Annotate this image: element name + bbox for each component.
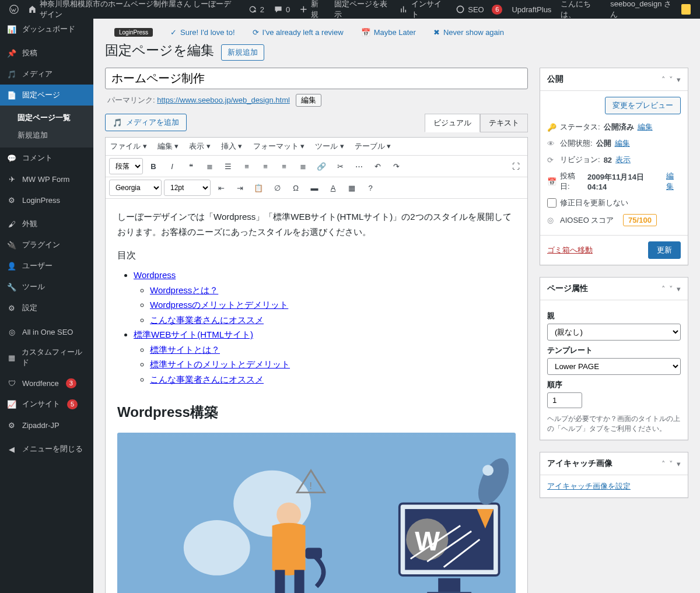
notice-never[interactable]: ✖Never show again	[433, 28, 504, 37]
sidebar-item-collapse[interactable]: ◀メニューを閉じる	[0, 438, 93, 459]
sidebar-item-aioseo[interactable]: ◎All in One SEO	[0, 321, 93, 342]
wp-logo[interactable]	[5, 0, 23, 19]
help-icon[interactable]: ?	[362, 180, 379, 196]
mb-file[interactable]: ファイル ▾	[110, 141, 147, 152]
mb-insert[interactable]: 挿入 ▾	[221, 141, 243, 152]
forecolor-icon[interactable]: A	[325, 180, 341, 196]
sidebar-item-customfield[interactable]: ▦カスタムフィールド	[0, 342, 93, 373]
fontsize-select[interactable]: 12pt	[164, 180, 211, 196]
clear-icon[interactable]: ∅	[269, 180, 285, 196]
mb-edit[interactable]: 編集 ▾	[158, 141, 179, 152]
preview-button[interactable]: 変更をプレビュー	[605, 97, 681, 114]
set-featured-link[interactable]: アイキャッチ画像を設定	[547, 482, 631, 490]
parent-select[interactable]: (親なし)	[547, 324, 681, 341]
edit-date[interactable]: 編集	[666, 171, 681, 192]
toggle-icon[interactable]: ▾	[677, 285, 681, 293]
move-up-icon[interactable]: ˄	[662, 459, 666, 468]
sidebar-item-users[interactable]: 👤ユーザー	[0, 255, 93, 276]
updates[interactable]: 2	[243, 0, 269, 19]
sidebar-item-comments[interactable]: 💬コメント	[0, 148, 93, 169]
notice-love[interactable]: ✓Sure! I'd love to!	[170, 28, 235, 37]
toc-html2[interactable]: 標準サイトのメリットとデメリット	[150, 359, 290, 369]
toggle-icon[interactable]: ▾	[677, 75, 681, 84]
tab-visual[interactable]: ビジュアル	[425, 114, 480, 132]
backcolor-icon[interactable]: ▬	[306, 180, 323, 196]
font-select[interactable]: Georgia	[109, 180, 162, 196]
toc-wp1[interactable]: Wordpressとは？	[150, 285, 218, 295]
sidebar-item-mwwpform[interactable]: ✈MW WP Form	[0, 169, 93, 190]
style-select[interactable]: 段落	[109, 158, 143, 174]
mb-format[interactable]: フォーマット ▾	[253, 141, 305, 152]
notice-later[interactable]: 📅Maybe Later	[361, 28, 416, 37]
toc-html3[interactable]: こんな事業者さんにオススメ	[150, 374, 264, 384]
toc-wp2[interactable]: Wordpressのメリットとデメリット	[150, 300, 288, 310]
sidebar-item-posts[interactable]: 📌投稿	[0, 43, 93, 64]
sidebar-item-insight[interactable]: 📈インサイト5	[0, 394, 93, 415]
tab-text[interactable]: テキスト	[480, 114, 528, 132]
aligncenter-icon[interactable]: ≡	[257, 158, 274, 174]
site-name[interactable]: 神奈川県相模原市のホームページ制作屋さん しーぼーデザイン	[23, 0, 243, 19]
toggle-icon[interactable]: ▾	[677, 459, 681, 468]
insights[interactable]: インサイト	[395, 0, 451, 19]
sidebar-item-settings[interactable]: ⚙設定	[0, 297, 93, 318]
toc-wp3[interactable]: こんな事業者さんにオススメ	[150, 315, 264, 325]
sidebar-item-media[interactable]: 🎵メディア	[0, 64, 93, 85]
toc-html1[interactable]: 標準サイトとは？	[150, 345, 220, 355]
redo-icon[interactable]: ↷	[388, 158, 404, 174]
add-new-button[interactable]: 新規追加	[221, 44, 264, 61]
nodate-checkbox[interactable]	[547, 198, 556, 208]
quote-icon[interactable]: ❝	[183, 158, 199, 174]
mb-view[interactable]: 表示 ▾	[189, 141, 211, 152]
edit-slug-button[interactable]: 編集	[296, 94, 321, 107]
toc-wp[interactable]: Wordpress	[134, 270, 176, 280]
fullscreen-icon[interactable]: ⛶	[508, 158, 524, 174]
toc-html[interactable]: 標準WEBサイト(HTMLサイト)	[134, 329, 253, 339]
outdent-icon[interactable]: ⇤	[213, 180, 229, 196]
bullist-icon[interactable]: ≣	[201, 158, 218, 174]
numlist-icon[interactable]: ☰	[220, 158, 236, 174]
sidebar-item-loginpress[interactable]: ⚙LoginPress	[0, 190, 93, 210]
move-down-icon[interactable]: ˅	[669, 75, 673, 84]
user-greeting[interactable]: こんにちは、 seeboo_design さん	[556, 0, 695, 19]
charmap-icon[interactable]: Ω	[288, 180, 304, 196]
mb-table[interactable]: テーブル ▾	[355, 141, 391, 152]
undo-icon[interactable]: ↶	[369, 158, 386, 174]
indent-icon[interactable]: ⇥	[232, 180, 248, 196]
paste-icon[interactable]: 📋	[250, 180, 267, 196]
sidebar-item-pages[interactable]: 📄固定ページ	[0, 85, 93, 106]
add-media-button[interactable]: 🎵メディアを追加	[105, 114, 187, 131]
sidebar-item-plugins[interactable]: 🔌プラグイン	[0, 234, 93, 255]
permalink-link[interactable]: https://www.seeboo.jp/web_design.html	[157, 96, 290, 104]
sidebar-sub-pages-new[interactable]: 新規追加	[0, 127, 93, 144]
browse-revisions[interactable]: 表示	[615, 155, 631, 165]
table-icon[interactable]: ▦	[344, 180, 360, 196]
trash-link[interactable]: ゴミ箱へ移動	[547, 245, 593, 255]
move-up-icon[interactable]: ˄	[662, 285, 666, 293]
sidebar-item-wordfence[interactable]: 🛡Wordfence3	[0, 373, 93, 394]
alignright-icon[interactable]: ≡	[276, 158, 292, 174]
link-icon[interactable]: 🔗	[313, 158, 330, 174]
sidebar-sub-pages-list[interactable]: 固定ページ一覧	[0, 109, 93, 127]
sidebar-item-tools[interactable]: 🔧ツール	[0, 276, 93, 297]
seo[interactable]: SEO 6	[451, 0, 507, 19]
bold-icon[interactable]: B	[145, 158, 162, 174]
comments[interactable]: 0	[269, 0, 295, 19]
editor-content[interactable]: しーぼーデザインでは「Wordpress」「標準WEBサイト(HTMLサイト)」…	[106, 199, 527, 593]
order-input[interactable]	[547, 392, 582, 408]
move-down-icon[interactable]: ˅	[669, 285, 673, 293]
template-select[interactable]: Lower PAGE	[547, 358, 681, 375]
update-button[interactable]: 更新	[648, 241, 681, 259]
justify-icon[interactable]: ≣	[295, 158, 311, 174]
move-up-icon[interactable]: ˄	[662, 75, 666, 84]
sidebar-item-zipaddr[interactable]: ⚙Zipaddr-JP	[0, 415, 93, 436]
alignleft-icon[interactable]: ≡	[239, 158, 255, 174]
notice-already[interactable]: ⟳I've already left a review	[253, 28, 344, 37]
mb-tools[interactable]: ツール ▾	[315, 141, 344, 152]
view-page[interactable]: 固定ページを表示	[330, 0, 396, 19]
move-down-icon[interactable]: ˅	[669, 459, 673, 468]
unlink-icon[interactable]: ✂	[332, 158, 348, 174]
sidebar-item-appearance[interactable]: 🖌外観	[0, 213, 93, 234]
post-title-input[interactable]	[105, 68, 528, 89]
edit-visibility[interactable]: 編集	[615, 138, 630, 149]
more-icon[interactable]: ⋯	[351, 158, 367, 174]
